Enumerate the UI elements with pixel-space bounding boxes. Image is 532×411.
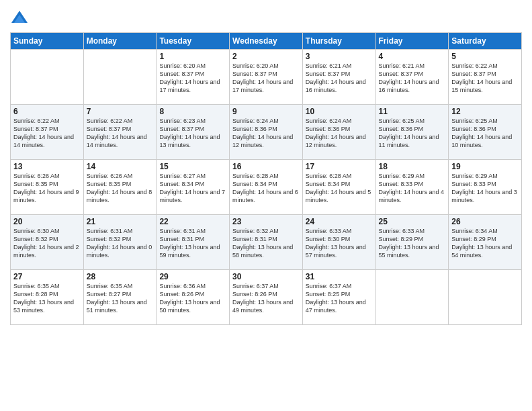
day-info: Sunrise: 6:33 AM Sunset: 8:29 PM Dayligh…: [379, 227, 446, 260]
day-cell: 17Sunrise: 6:28 AM Sunset: 8:34 PM Dayli…: [302, 160, 375, 215]
day-info: Sunrise: 6:28 AM Sunset: 8:34 PM Dayligh…: [306, 172, 373, 205]
day-info: Sunrise: 6:20 AM Sunset: 8:37 PM Dayligh…: [159, 62, 226, 95]
day-cell: 27Sunrise: 6:35 AM Sunset: 8:28 PM Dayli…: [11, 270, 84, 325]
day-cell: 24Sunrise: 6:33 AM Sunset: 8:30 PM Dayli…: [302, 215, 375, 270]
header-cell-sunday: Sunday: [11, 33, 84, 50]
day-cell: 22Sunrise: 6:31 AM Sunset: 8:31 PM Dayli…: [157, 215, 230, 270]
day-info: Sunrise: 6:37 AM Sunset: 8:26 PM Dayligh…: [232, 282, 300, 315]
day-cell: 31Sunrise: 6:37 AM Sunset: 8:25 PM Dayli…: [302, 270, 375, 325]
day-number: 4: [379, 52, 446, 61]
day-info: Sunrise: 6:36 AM Sunset: 8:26 PM Dayligh…: [159, 282, 226, 315]
day-cell: 5Sunrise: 6:22 AM Sunset: 8:37 PM Daylig…: [449, 50, 522, 105]
day-cell: 13Sunrise: 6:26 AM Sunset: 8:35 PM Dayli…: [11, 160, 84, 215]
header-cell-monday: Monday: [83, 33, 157, 50]
day-info: Sunrise: 6:34 AM Sunset: 8:29 PM Dayligh…: [451, 227, 519, 260]
logo-icon: [10, 9, 29, 28]
day-cell: 8Sunrise: 6:23 AM Sunset: 8:37 PM Daylig…: [157, 105, 230, 160]
day-info: Sunrise: 6:28 AM Sunset: 8:34 PM Dayligh…: [232, 172, 300, 205]
day-number: 23: [232, 217, 300, 226]
day-cell: 15Sunrise: 6:27 AM Sunset: 8:34 PM Dayli…: [157, 160, 230, 215]
day-number: 1: [159, 52, 226, 61]
calendar: SundayMondayTuesdayWednesdayThursdayFrid…: [10, 32, 522, 325]
day-number: 6: [13, 107, 81, 116]
header-cell-wednesday: Wednesday: [230, 33, 303, 50]
week-row-3: 13Sunrise: 6:26 AM Sunset: 8:35 PM Dayli…: [11, 160, 522, 215]
header-cell-thursday: Thursday: [302, 33, 375, 50]
day-number: 7: [87, 107, 154, 116]
day-info: Sunrise: 6:31 AM Sunset: 8:32 PM Dayligh…: [87, 227, 154, 260]
day-cell: 12Sunrise: 6:25 AM Sunset: 8:36 PM Dayli…: [449, 105, 522, 160]
day-info: Sunrise: 6:27 AM Sunset: 8:34 PM Dayligh…: [159, 172, 226, 205]
day-cell: [83, 50, 157, 105]
day-info: Sunrise: 6:21 AM Sunset: 8:37 PM Dayligh…: [306, 62, 373, 95]
day-number: 24: [306, 217, 373, 226]
day-info: Sunrise: 6:29 AM Sunset: 8:33 PM Dayligh…: [379, 172, 446, 205]
day-info: Sunrise: 6:25 AM Sunset: 8:36 PM Dayligh…: [379, 117, 446, 150]
day-cell: 28Sunrise: 6:35 AM Sunset: 8:27 PM Dayli…: [83, 270, 157, 325]
day-info: Sunrise: 6:37 AM Sunset: 8:25 PM Dayligh…: [306, 282, 373, 315]
day-number: 31: [306, 272, 373, 281]
page: SundayMondayTuesdayWednesdayThursdayFrid…: [0, 0, 532, 411]
day-number: 9: [232, 107, 300, 116]
day-number: 29: [159, 272, 226, 281]
day-number: 13: [13, 162, 81, 171]
day-info: Sunrise: 6:35 AM Sunset: 8:27 PM Dayligh…: [87, 282, 154, 315]
day-number: 10: [306, 107, 373, 116]
day-info: Sunrise: 6:22 AM Sunset: 8:37 PM Dayligh…: [13, 117, 81, 150]
week-row-4: 20Sunrise: 6:30 AM Sunset: 8:32 PM Dayli…: [11, 215, 522, 270]
day-number: 3: [306, 52, 373, 61]
week-row-5: 27Sunrise: 6:35 AM Sunset: 8:28 PM Dayli…: [11, 270, 522, 325]
day-number: 26: [451, 217, 519, 226]
day-cell: 11Sunrise: 6:25 AM Sunset: 8:36 PM Dayli…: [375, 105, 449, 160]
day-number: 11: [379, 107, 446, 116]
day-number: 18: [379, 162, 446, 171]
day-info: Sunrise: 6:25 AM Sunset: 8:36 PM Dayligh…: [451, 117, 519, 150]
header-cell-saturday: Saturday: [449, 33, 522, 50]
day-number: 15: [159, 162, 226, 171]
day-number: 21: [87, 217, 154, 226]
day-number: 19: [451, 162, 519, 171]
day-info: Sunrise: 6:24 AM Sunset: 8:36 PM Dayligh…: [306, 117, 373, 150]
header-row: SundayMondayTuesdayWednesdayThursdayFrid…: [11, 33, 522, 50]
day-cell: 10Sunrise: 6:24 AM Sunset: 8:36 PM Dayli…: [302, 105, 375, 160]
day-number: 25: [379, 217, 446, 226]
day-info: Sunrise: 6:33 AM Sunset: 8:30 PM Dayligh…: [306, 227, 373, 260]
day-cell: 19Sunrise: 6:29 AM Sunset: 8:33 PM Dayli…: [449, 160, 522, 215]
day-cell: 16Sunrise: 6:28 AM Sunset: 8:34 PM Dayli…: [230, 160, 303, 215]
day-info: Sunrise: 6:21 AM Sunset: 8:37 PM Dayligh…: [379, 62, 446, 95]
day-info: Sunrise: 6:30 AM Sunset: 8:32 PM Dayligh…: [13, 227, 81, 260]
day-number: 12: [451, 107, 519, 116]
day-number: 17: [306, 162, 373, 171]
day-info: Sunrise: 6:32 AM Sunset: 8:31 PM Dayligh…: [232, 227, 300, 260]
day-cell: 25Sunrise: 6:33 AM Sunset: 8:29 PM Dayli…: [375, 215, 449, 270]
day-cell: 14Sunrise: 6:26 AM Sunset: 8:35 PM Dayli…: [83, 160, 157, 215]
day-cell: 29Sunrise: 6:36 AM Sunset: 8:26 PM Dayli…: [157, 270, 230, 325]
day-cell: 9Sunrise: 6:24 AM Sunset: 8:36 PM Daylig…: [230, 105, 303, 160]
day-cell: 26Sunrise: 6:34 AM Sunset: 8:29 PM Dayli…: [449, 215, 522, 270]
logo: [10, 9, 30, 28]
day-info: Sunrise: 6:20 AM Sunset: 8:37 PM Dayligh…: [232, 62, 300, 95]
day-cell: 4Sunrise: 6:21 AM Sunset: 8:37 PM Daylig…: [375, 50, 449, 105]
day-number: 2: [232, 52, 300, 61]
day-cell: [449, 270, 522, 325]
day-info: Sunrise: 6:22 AM Sunset: 8:37 PM Dayligh…: [451, 62, 519, 95]
day-info: Sunrise: 6:23 AM Sunset: 8:37 PM Dayligh…: [159, 117, 226, 150]
day-number: 5: [451, 52, 519, 61]
day-cell: 2Sunrise: 6:20 AM Sunset: 8:37 PM Daylig…: [230, 50, 303, 105]
day-cell: 30Sunrise: 6:37 AM Sunset: 8:26 PM Dayli…: [230, 270, 303, 325]
day-cell: 18Sunrise: 6:29 AM Sunset: 8:33 PM Dayli…: [375, 160, 449, 215]
day-number: 8: [159, 107, 226, 116]
day-number: 14: [87, 162, 154, 171]
day-cell: 20Sunrise: 6:30 AM Sunset: 8:32 PM Dayli…: [11, 215, 84, 270]
day-cell: 23Sunrise: 6:32 AM Sunset: 8:31 PM Dayli…: [230, 215, 303, 270]
day-number: 28: [87, 272, 154, 281]
day-cell: 6Sunrise: 6:22 AM Sunset: 8:37 PM Daylig…: [11, 105, 84, 160]
week-row-2: 6Sunrise: 6:22 AM Sunset: 8:37 PM Daylig…: [11, 105, 522, 160]
day-cell: 3Sunrise: 6:21 AM Sunset: 8:37 PM Daylig…: [302, 50, 375, 105]
header-cell-friday: Friday: [375, 33, 449, 50]
day-info: Sunrise: 6:24 AM Sunset: 8:36 PM Dayligh…: [232, 117, 300, 150]
header-cell-tuesday: Tuesday: [157, 33, 230, 50]
day-number: 20: [13, 217, 81, 226]
day-cell: 21Sunrise: 6:31 AM Sunset: 8:32 PM Dayli…: [83, 215, 157, 270]
day-info: Sunrise: 6:35 AM Sunset: 8:28 PM Dayligh…: [13, 282, 81, 315]
